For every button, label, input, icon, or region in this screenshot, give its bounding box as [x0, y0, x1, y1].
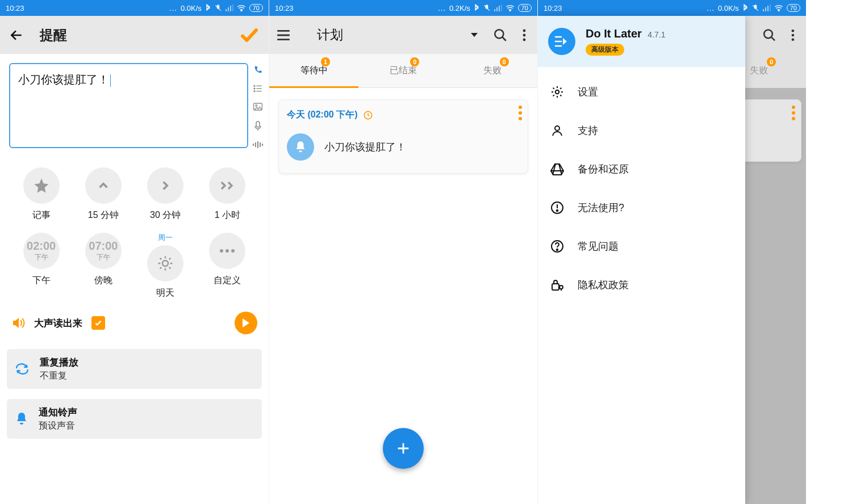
repeat-setting[interactable]: 重复播放 不重复	[7, 349, 262, 389]
status-bar: 10:23 ... 0.0K/s 70	[0, 0, 269, 16]
status-bar: 10:23 ... 0.0K/s 70	[538, 0, 806, 16]
status-time: 10:23	[544, 4, 562, 12]
status-time: 10:23	[6, 4, 24, 12]
microphone-icon[interactable]	[254, 121, 261, 131]
bluetooth-icon	[742, 4, 748, 12]
confirm-icon[interactable]	[239, 25, 260, 45]
screen-reminder-editor: 10:23 ... 0.0K/s 70 提醒 小刀你该提肛了！	[0, 0, 269, 504]
repeat-icon	[15, 363, 30, 375]
svg-point-35	[764, 30, 772, 38]
tab-failed-badge: 0	[500, 57, 509, 66]
option-afternoon[interactable]: 02:00下午 下午	[10, 233, 72, 299]
play-button[interactable]	[235, 312, 257, 334]
svg-rect-2	[230, 6, 231, 11]
option-30min[interactable]: 30 分钟	[135, 167, 197, 221]
category-dropdown[interactable]: 计划	[301, 26, 483, 44]
more-dots-icon	[219, 249, 236, 253]
option-notes[interactable]: 记事	[10, 167, 72, 221]
status-time: 10:23	[275, 4, 294, 12]
chevron-up-icon	[96, 178, 111, 193]
signal-icon	[494, 5, 502, 11]
svg-rect-14	[260, 142, 261, 147]
voice-wave-icon[interactable]	[253, 141, 263, 148]
plus-icon	[395, 440, 411, 456]
signal-icon	[225, 5, 233, 11]
option-tomorrow[interactable]: 周一 明天	[135, 233, 197, 299]
ringtone-setting[interactable]: 通知铃声 预设声音	[7, 399, 262, 439]
svg-point-26	[523, 29, 526, 32]
signal-icon	[763, 5, 771, 11]
card-message: 小刀你该提肛了！	[324, 140, 406, 154]
battery-indicator: 70	[518, 4, 532, 12]
svg-rect-13	[257, 141, 258, 148]
clock-icon	[363, 110, 373, 120]
svg-point-42	[557, 210, 558, 212]
screen-plan-list: 10:23 ... 0.2K/s 70 计划 等待中 1 已结束 0 失败	[269, 0, 537, 504]
drawer-item-backup[interactable]: 备份和还原	[538, 150, 745, 188]
bell-avatar-icon	[287, 133, 314, 161]
svg-point-24	[509, 10, 511, 11]
back-icon[interactable]	[9, 28, 24, 43]
search-icon[interactable]	[493, 28, 508, 43]
tab-waiting-badge: 1	[321, 57, 330, 66]
drawer-item-faq[interactable]: 常见问题	[538, 227, 745, 266]
svg-point-37	[792, 33, 795, 36]
reminder-text-input[interactable]: 小刀你该提肛了！	[9, 63, 248, 148]
option-evening[interactable]: 07:00下午 傍晚	[72, 233, 134, 299]
option-15min[interactable]: 15 分钟	[72, 167, 134, 221]
phone-icon[interactable]	[253, 65, 262, 74]
svg-point-9	[256, 105, 257, 107]
add-reminder-fab[interactable]	[383, 428, 424, 469]
star-icon	[33, 177, 50, 194]
net-speed: 0.0K/s	[181, 4, 202, 12]
speaker-icon	[11, 317, 25, 329]
navigation-drawer: Do It Later 4.7.1 高级版本 设置 支持 备份和还原 无法使用?	[538, 16, 745, 504]
read-aloud-checkbox[interactable]	[91, 316, 105, 330]
tab-waiting[interactable]: 等待中 1	[269, 54, 358, 87]
svg-rect-10	[256, 121, 260, 127]
app-bar: 提醒	[0, 16, 269, 54]
reminder-card[interactable]: 今天 (02:00 下午) 小刀你该提肛了！	[278, 99, 528, 174]
drawer-item-not-working[interactable]: 无法使用?	[538, 188, 745, 227]
input-side-tools	[253, 63, 263, 148]
svg-rect-33	[770, 5, 771, 11]
mute-icon	[483, 4, 491, 12]
lock-key-icon	[550, 278, 564, 292]
svg-rect-3	[232, 5, 233, 11]
wifi-icon	[506, 5, 515, 11]
svg-point-19	[231, 249, 235, 253]
overflow-menu-icon[interactable]	[523, 29, 526, 41]
svg-point-27	[523, 33, 526, 36]
image-icon[interactable]	[253, 103, 262, 111]
tab-finished[interactable]: 已结束 0	[358, 54, 448, 87]
drawer-header: Do It Later 4.7.1 高级版本	[538, 16, 745, 67]
svg-rect-20	[494, 9, 495, 11]
caret-down-icon	[470, 32, 478, 38]
page-title: 提醒	[40, 26, 67, 44]
drawer-item-privacy[interactable]: 隐私权政策	[538, 266, 745, 304]
option-1hour[interactable]: 1 小时	[197, 167, 258, 221]
list-icon[interactable]	[253, 85, 262, 93]
menu-icon[interactable]	[276, 30, 291, 41]
double-chevron-right-icon	[218, 178, 236, 193]
svg-rect-32	[767, 6, 769, 11]
svg-point-16	[162, 261, 168, 266]
svg-rect-30	[763, 9, 764, 11]
svg-rect-23	[501, 5, 502, 11]
person-icon	[550, 124, 564, 137]
drawer-item-support[interactable]: 支持	[538, 111, 745, 150]
sun-icon	[157, 255, 174, 272]
tab-failed[interactable]: 失败 0	[448, 54, 537, 87]
option-custom[interactable]: 自定义	[197, 233, 258, 299]
card-overflow-icon[interactable]	[519, 106, 522, 120]
app-bar: 计划	[269, 16, 537, 54]
overflow-menu-icon	[791, 29, 795, 41]
svg-point-38	[792, 38, 795, 41]
wifi-icon	[774, 5, 783, 11]
svg-point-40	[555, 126, 559, 131]
drawer-item-settings[interactable]: 设置	[538, 73, 745, 111]
app-version: 4.7.1	[648, 30, 665, 39]
svg-point-17	[220, 249, 223, 253]
svg-point-46	[559, 285, 563, 289]
svg-point-6	[254, 88, 255, 89]
